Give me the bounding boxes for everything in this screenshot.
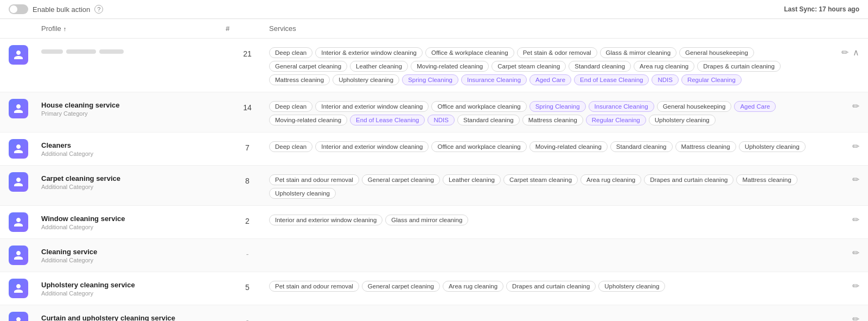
avatar [9, 45, 28, 65]
service-tag: Area rug cleaning [580, 174, 641, 185]
count-cell: 8 [226, 172, 269, 185]
table-header: Profile ↑ # Services [0, 19, 868, 39]
service-tag: Drapes and curtain cleaning [644, 174, 733, 185]
profile-category: Additional Category [41, 224, 226, 230]
service-tag: NDIS [427, 115, 454, 125]
service-tag: Pet stain and odour removal [269, 281, 359, 292]
row-icon-cell [9, 246, 41, 265]
avatar [9, 212, 28, 232]
service-tag: Regular Cleaning [681, 74, 742, 85]
table-row: 21Deep cleanInterior & exterior window c… [0, 39, 868, 92]
services-cell [269, 246, 827, 248]
row-icon-cell [9, 312, 41, 321]
table-row: Curtain and upholstery cleaning service … [0, 305, 868, 321]
service-tag: Office and workplace cleaning [431, 141, 526, 152]
row-icon-cell [9, 99, 41, 118]
bulk-action-area: Enable bulk action ? [9, 4, 103, 14]
edit-icon[interactable]: ✏ [852, 174, 859, 185]
profile-category: Additional Category [41, 290, 226, 297]
edit-icon[interactable]: ✏ [852, 141, 859, 152]
row-icon-cell [9, 212, 41, 232]
placeholder-bar [66, 49, 96, 54]
actions-cell: ✏ [827, 139, 859, 152]
table-row: Carpet cleaning service Additional Categ… [0, 166, 868, 206]
collapse-icon[interactable]: ∧ [853, 47, 859, 58]
actions-cell: ✏ [827, 279, 859, 291]
service-tag: Mattress cleaning [736, 174, 797, 185]
top-bar: Enable bulk action ? Last Sync: 17 hours… [0, 0, 868, 19]
edit-icon[interactable]: ✏ [852, 248, 859, 258]
service-tag: End of Lease Cleaning [574, 74, 649, 85]
service-tag: Carpet steam cleaning [503, 174, 578, 185]
service-tag: Moving-related cleaning [529, 141, 608, 152]
profile-name: House cleaning service [41, 101, 226, 109]
profile-category: Additional Category [41, 257, 226, 263]
profile-cell: Upholstery cleaning service Additional C… [41, 279, 226, 297]
edit-icon[interactable]: ✏ [852, 314, 859, 321]
service-tag: Spring Cleaning [529, 101, 586, 112]
profile-name: Cleaners [41, 141, 226, 149]
profile-info: Curtain and upholstery cleaning service … [41, 312, 226, 321]
services-cell: Pet stain and odour removalGeneral carpe… [269, 279, 827, 292]
header-profile-col: Profile ↑ [41, 24, 226, 33]
service-tag: General carpet cleaning [362, 281, 440, 292]
service-tag: Drapes and curtain cleaning [506, 281, 596, 292]
service-tag: Spring Cleaning [402, 74, 458, 85]
row-icon-cell [9, 139, 41, 159]
service-tag: NDIS [652, 74, 678, 85]
avatar [9, 172, 28, 192]
service-tag: Standard cleaning [569, 61, 631, 72]
profile-cell: Curtain and upholstery cleaning service … [41, 312, 226, 321]
bulk-action-label: Enable bulk action [33, 5, 90, 14]
profile-info: Cleaning service Additional Category [41, 246, 226, 263]
edit-icon[interactable]: ✏ [841, 47, 848, 58]
services-cell: Interior and exterior window cleaningGla… [269, 212, 827, 225]
service-tag: Mattress cleaning [675, 141, 736, 152]
edit-icon[interactable]: ✏ [852, 215, 859, 225]
service-tag: Area rug cleaning [634, 61, 694, 72]
bulk-action-toggle[interactable] [9, 4, 28, 14]
profile-info: Upholstery cleaning service Additional C… [41, 279, 226, 297]
service-tag: Pet stain and odour removal [269, 174, 359, 185]
header-icon-col [9, 24, 41, 33]
service-tag: Moving-related cleaning [269, 115, 347, 125]
profile-info: Carpet cleaning service Additional Categ… [41, 172, 226, 190]
help-icon[interactable]: ? [94, 5, 103, 14]
service-tag: General carpet cleaning [362, 174, 440, 185]
service-tag: Pet stain & odor removal [517, 47, 597, 58]
edit-icon[interactable]: ✏ [852, 101, 859, 111]
profile-category: Primary Category [41, 110, 226, 117]
profile-cell: Carpet cleaning service Additional Categ… [41, 172, 226, 190]
service-tag: Leather cleaning [350, 61, 408, 72]
sort-arrow-icon[interactable]: ↑ [63, 26, 67, 32]
service-tag: Upholstery cleaning [598, 281, 665, 292]
actions-cell: ✏ [827, 312, 859, 321]
table-row: Window cleaning service Additional Categ… [0, 206, 868, 239]
avatar [9, 246, 28, 265]
avatar [9, 279, 28, 298]
service-tag: Mattress cleaning [269, 74, 330, 85]
row-icon-cell [9, 279, 41, 298]
actions-cell: ✏ [827, 99, 859, 111]
service-tag: Upholstery cleaning [269, 188, 336, 199]
table-body: 21Deep cleanInterior & exterior window c… [0, 39, 868, 321]
profile-cell: House cleaning service Primary Category [41, 99, 226, 117]
service-tag: Drapes & curtain cleaning [697, 61, 781, 72]
placeholder-bar [99, 49, 124, 54]
count-cell: 21 [226, 45, 269, 58]
header-services-col: Services [269, 24, 827, 33]
header-actions-col [827, 24, 859, 33]
services-cell [269, 312, 827, 314]
profile-info: Window cleaning service Additional Categ… [41, 212, 226, 230]
service-tag: Deep clean [269, 141, 312, 152]
count-cell: 5 [226, 279, 269, 292]
service-tag: Aged Care [734, 101, 776, 112]
service-tag: Glass and mirror cleaning [385, 215, 468, 225]
actions-cell: ✏ [827, 246, 859, 258]
profile-name: Cleaning service [41, 248, 226, 256]
services-cell: Pet stain and odour removalGeneral carpe… [269, 172, 827, 199]
edit-icon[interactable]: ✏ [852, 281, 859, 291]
profile-category: Additional Category [41, 184, 226, 190]
service-tag: Glass & mirror cleaning [600, 47, 677, 58]
profile-info: House cleaning service Primary Category [41, 99, 226, 117]
